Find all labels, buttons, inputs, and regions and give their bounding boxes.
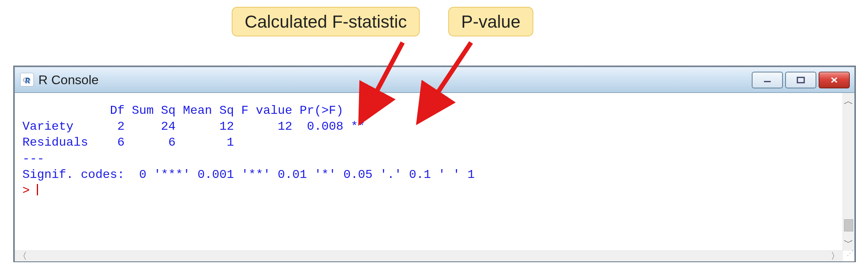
console-body: Df Sum Sq Mean Sq F value Pr(>F) Variety… <box>15 93 854 261</box>
svg-rect-5 <box>797 77 804 83</box>
signif-codes-line: Signif. codes: 0 '***' 0.001 '**' 0.01 '… <box>22 168 475 182</box>
resize-grip-icon[interactable]: ⋰ <box>844 252 854 261</box>
r-console-window: R Console Df Sum Sq Mean Sq F value Pr(>… <box>14 66 855 262</box>
scroll-right-icon[interactable]: 〉 <box>828 250 843 262</box>
scroll-up-icon[interactable]: ︿ <box>844 93 854 109</box>
window-controls <box>752 72 850 88</box>
callout-p-value: P-value <box>448 7 533 36</box>
anova-variety-row: Variety 2 24 12 12 0.008 ** <box>22 119 365 134</box>
text-cursor <box>37 184 38 195</box>
horizontal-scrollbar[interactable]: 〈 〉 <box>15 250 843 261</box>
anova-header-row: Df Sum Sq Mean Sq F value Pr(>F) <box>22 104 358 118</box>
scroll-thumb[interactable] <box>844 219 853 231</box>
prompt-symbol: > <box>22 184 37 198</box>
window-title: R Console <box>38 72 99 87</box>
minimize-button[interactable] <box>752 72 783 88</box>
r-logo-icon <box>20 73 34 86</box>
vertical-scrollbar[interactable]: ︿ ﹀ <box>843 93 854 251</box>
maximize-button[interactable] <box>785 72 816 88</box>
close-button[interactable] <box>819 72 850 88</box>
scroll-left-icon[interactable]: 〈 <box>15 250 30 262</box>
anova-residuals-row: Residuals 6 6 1 <box>22 135 351 149</box>
scroll-down-icon[interactable]: ﹀ <box>844 234 854 251</box>
divider-line: --- <box>22 152 44 166</box>
title-bar[interactable]: R Console <box>15 67 854 93</box>
callout-f-statistic: Calculated F-statistic <box>232 7 420 36</box>
console-output[interactable]: Df Sum Sq Mean Sq F value Pr(>F) Variety… <box>15 93 854 199</box>
